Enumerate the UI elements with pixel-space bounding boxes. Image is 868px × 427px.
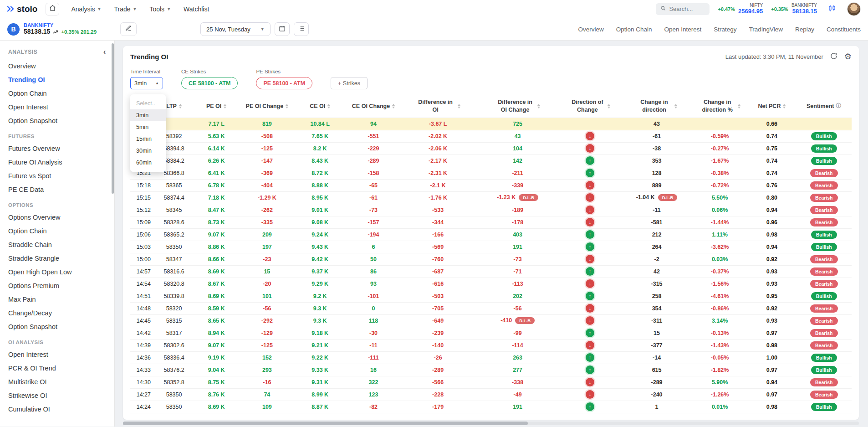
sidebar-item-future-vs-spot[interactable]: Future vs Spot bbox=[0, 169, 114, 183]
ticker-banknifty[interactable]: +0.35% BANKNIFTY 58138.15 bbox=[771, 3, 817, 15]
cell-diff_oi: -289 bbox=[399, 364, 477, 376]
tab-open-interest[interactable]: Open Interest bbox=[664, 26, 702, 33]
cell-ce_oi_change: -157 bbox=[347, 216, 399, 228]
tab-overview[interactable]: Overview bbox=[578, 26, 603, 33]
refresh-icon[interactable] bbox=[830, 52, 837, 61]
edit-button[interactable] bbox=[120, 22, 137, 36]
menu-trade[interactable]: Trade▼ bbox=[114, 5, 137, 13]
gear-icon[interactable]: ⚙ bbox=[844, 51, 852, 62]
sidebar-item-open-interest[interactable]: Open Interest bbox=[0, 100, 114, 114]
cell-change_in_direction: -377 bbox=[621, 339, 692, 351]
horizontal-scrollbar[interactable] bbox=[123, 422, 859, 425]
cell-pe_oi: 8.69 K bbox=[191, 401, 242, 413]
sidebar-item-options-overview[interactable]: Options Overview bbox=[0, 211, 114, 224]
sidebar-item-trending-oi[interactable]: Trending OI bbox=[0, 73, 114, 87]
col-header-net-pcr[interactable]: Net PCR bbox=[747, 96, 796, 118]
tab-constituents[interactable]: Constituents bbox=[827, 26, 861, 33]
value: -125 bbox=[261, 145, 273, 152]
sidebar-item-open-high-open-low[interactable]: Open High Open Low bbox=[0, 265, 114, 279]
pe-strike-chip[interactable]: PE 58100 - ATM bbox=[256, 77, 312, 89]
value: 8.73 K bbox=[208, 219, 225, 226]
time-interval-select[interactable]: 3min ▲ bbox=[130, 77, 163, 89]
sidebar-scrollbar[interactable] bbox=[112, 43, 114, 194]
col-header-ce-oi[interactable]: CE OI bbox=[292, 96, 347, 118]
value: -71 bbox=[514, 268, 522, 275]
cell-time: 15:15 bbox=[130, 191, 157, 204]
scrollbar-thumb[interactable] bbox=[123, 422, 528, 425]
sidebar-item-change-decay[interactable]: Change/Decay bbox=[0, 306, 114, 320]
sort-icon bbox=[537, 104, 540, 108]
sidebar-item-open-interest[interactable]: Open Interest bbox=[0, 348, 114, 361]
cell-pe_oi_change: -404 bbox=[242, 179, 292, 191]
sidebar-collapse-icon[interactable]: ‹ bbox=[103, 48, 106, 56]
sidebar-item-futures-overview[interactable]: Futures Overview bbox=[0, 142, 114, 155]
sidebar-item-max-pain[interactable]: Max Pain bbox=[0, 293, 114, 306]
sort-icon bbox=[392, 104, 395, 108]
sidebar-item-cumulative-oi[interactable]: Cumulative OI bbox=[0, 402, 114, 416]
value: -533 bbox=[432, 207, 444, 213]
value: -49 bbox=[514, 391, 522, 398]
tab-replay[interactable]: Replay bbox=[795, 26, 814, 33]
col-header-change-in-direction[interactable]: Change in direction % bbox=[692, 96, 747, 118]
sidebar-item-straddle-strangle[interactable]: Straddle Strangle bbox=[0, 252, 114, 265]
time-interval-option-30min[interactable]: 30min bbox=[130, 145, 166, 157]
col-header-sentiment[interactable]: Sentimentⓘ bbox=[797, 96, 852, 118]
sidebar-item-pe-ce-data[interactable]: PE CE Data bbox=[0, 183, 114, 196]
cell-change_in_direction_pct: -4.61% bbox=[692, 290, 747, 302]
menu-watchlist[interactable]: Watchlist bbox=[184, 5, 209, 13]
user-avatar[interactable] bbox=[847, 2, 861, 16]
home-button[interactable] bbox=[46, 3, 59, 15]
menu-tools[interactable]: Tools▼ bbox=[149, 5, 171, 13]
sidebar-item-pcr-oi-trend[interactable]: PCR & OI Trend bbox=[0, 361, 114, 375]
cell-diff_oi_change: -114 bbox=[477, 339, 559, 351]
calendar-button[interactable] bbox=[275, 22, 290, 36]
stolo-logo[interactable]: stolo bbox=[7, 4, 37, 14]
col-header-pe-oi-change[interactable]: PE OI Change bbox=[242, 96, 292, 118]
sidebar-item-option-snapshot[interactable]: Option Snapshot bbox=[0, 320, 114, 334]
sidebar-item-options-premium[interactable]: Options Premium bbox=[0, 279, 114, 293]
cell-time: 14:51 bbox=[130, 290, 157, 302]
add-strikes-button[interactable]: + Strikes bbox=[331, 77, 368, 89]
time-interval-option-15min[interactable]: 15min bbox=[130, 133, 166, 145]
date-select[interactable]: 25 Nov, Tuesday ▼ bbox=[200, 22, 271, 36]
tab-tradingview[interactable]: TradingView bbox=[749, 26, 783, 33]
menu-analysis[interactable]: Analysis▼ bbox=[71, 5, 101, 13]
cell-sentiment: Bullish bbox=[797, 364, 852, 376]
sentiment-badge: Bearish bbox=[810, 391, 838, 399]
list-view-button[interactable] bbox=[294, 22, 309, 36]
time-interval-option-3min[interactable]: 3min bbox=[130, 109, 166, 121]
time-interval-option-60min[interactable]: 60min bbox=[130, 157, 166, 169]
sidebar-item-straddle-chain[interactable]: Straddle Chain bbox=[0, 238, 114, 252]
sidebar-item-multistrike-oi[interactable]: Multistrike OI bbox=[0, 375, 114, 389]
col-header-direction-of-change[interactable]: Direction of Change bbox=[559, 96, 622, 118]
sidebar-item-option-chain[interactable]: Option Chain bbox=[0, 224, 114, 238]
search-input[interactable]: Search... bbox=[656, 3, 710, 15]
sidebar-item-option-snapshot[interactable]: Option Snapshot bbox=[0, 114, 114, 128]
value: -3.67 L bbox=[429, 121, 447, 127]
sidebar-item-strikewise-oi[interactable]: Strikewise OI bbox=[0, 389, 114, 402]
col-header-ce-oi-change[interactable]: CE OI Change bbox=[347, 96, 399, 118]
cell-ce_oi_change: -101 bbox=[347, 290, 399, 302]
ticker-nifty[interactable]: +0.47% NIFTY 25694.95 bbox=[718, 3, 763, 15]
cell-change_in_direction: 615 bbox=[621, 364, 692, 376]
value: -20 bbox=[263, 281, 271, 287]
chart-button[interactable] bbox=[825, 3, 839, 15]
direction-down-icon: ↓ bbox=[586, 132, 594, 140]
tab-strategy[interactable]: Strategy bbox=[714, 26, 736, 33]
time-interval-option-5min[interactable]: 5min bbox=[130, 121, 166, 133]
cell-change_in_direction: -311 bbox=[621, 314, 692, 327]
time-interval-option-select[interactable]: Select.. bbox=[130, 98, 166, 109]
value: -262 bbox=[261, 207, 273, 213]
col-header-change-in-direction[interactable]: Change in direction bbox=[621, 96, 692, 118]
sidebar-item-overview[interactable]: Overview bbox=[0, 59, 114, 73]
sidebar-item-option-chain[interactable]: Option Chain bbox=[0, 87, 114, 100]
col-header-pe-oi[interactable]: PE OI bbox=[191, 96, 242, 118]
tab-option-chain[interactable]: Option Chain bbox=[616, 26, 652, 33]
ce-strike-chip[interactable]: CE 58100 - ATM bbox=[181, 77, 238, 89]
cell-diff_oi_change: -410D.L.B bbox=[477, 314, 559, 327]
col-header-difference-in-oi-change[interactable]: Difference in OI Change bbox=[477, 96, 559, 118]
sidebar-item-future-oi-analysis[interactable]: Future OI Analysis bbox=[0, 155, 114, 169]
col-header-difference-in-oi[interactable]: Difference in OI bbox=[399, 96, 477, 118]
cell-net_pcr: 0.98 bbox=[747, 228, 796, 241]
cell-direction: ↓ bbox=[559, 314, 622, 327]
